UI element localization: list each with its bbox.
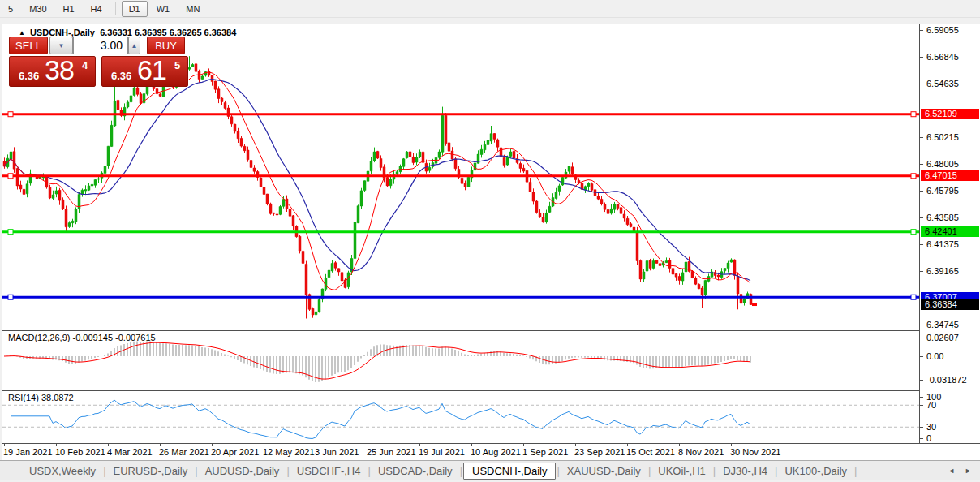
date-tick-label: 20 Apr 2021: [211, 447, 259, 457]
chart-tab-xauusd[interactable]: XAUUSD-,Daily: [561, 463, 647, 480]
timeframe-d1[interactable]: D1: [122, 1, 148, 17]
macd-tick-label: -0.031872: [926, 375, 967, 385]
tab-scroll-left-icon[interactable]: ◄: [948, 467, 955, 475]
volume-input[interactable]: 3.00: [73, 37, 128, 54]
line-handle: [911, 295, 916, 299]
price-axis[interactable]: 6.590556.568456.546356.502156.480056.457…: [919, 24, 980, 443]
chart-window: 6.590556.568456.546356.502156.480056.457…: [2, 24, 980, 460]
date-tick-mark: [212, 443, 213, 446]
bear-candle-wicks: [5, 62, 751, 319]
pane-separator[interactable]: [2, 330, 980, 331]
collapse-panel-icon[interactable]: ▲: [19, 29, 25, 37]
price-tick-label: 6.59055: [926, 25, 959, 35]
date-tick-mark: [160, 443, 161, 446]
date-tick-mark: [419, 443, 420, 446]
bull-candle-wicks: [8, 56, 748, 317]
date-tick-label: 19 Jan 2021: [3, 447, 53, 457]
date-tick-mark: [679, 443, 680, 446]
buy-button[interactable]: BUY: [147, 37, 185, 54]
date-tick-label: 26 Mar 2021: [159, 447, 209, 457]
price-tick-mark: [920, 30, 923, 31]
rsi-indicator-label: RSI(14) 38.0872: [8, 393, 74, 402]
line-handle: [911, 174, 916, 179]
macd-indicator-label: MACD(12,26,9) -0.009145 -0.007615: [8, 333, 156, 342]
date-tick-mark: [264, 443, 264, 446]
timeframe-mn[interactable]: MN: [178, 1, 207, 17]
chart-tab-bar: USDX,Weekly|EURUSD-,Daily|AUDUSD-,Daily|…: [0, 460, 980, 480]
rsi-tick-label: 70: [926, 400, 936, 410]
date-tick-label: 19 Jul 2021: [419, 447, 465, 457]
sell-button[interactable]: SELL: [9, 37, 48, 54]
price-tick-label: 6.48005: [926, 159, 959, 169]
buy-price-point: 5: [174, 59, 180, 71]
date-tick-mark: [575, 443, 576, 446]
timeframe-m30[interactable]: M30: [22, 1, 54, 17]
last-price-marker: [752, 303, 757, 306]
line-handle: [911, 112, 916, 117]
sell-price-display[interactable]: 6.36 38 4: [9, 56, 96, 87]
date-tick-label: 1 Sep 2021: [522, 447, 568, 457]
chart-tab-audusd[interactable]: AUDUSD-,Daily: [199, 463, 286, 480]
rsi-tick-label: 0: [926, 433, 931, 443]
sell-price-pips: 38: [45, 54, 74, 86]
price-tick-mark: [920, 164, 923, 165]
date-tick-label: 10 Feb 2021: [55, 447, 105, 457]
timeframe-h1[interactable]: H1: [56, 1, 82, 17]
date-tick-label: 12 May 2021: [263, 447, 315, 457]
date-tick-label: 8 Nov 2021: [678, 447, 724, 457]
level-price-label: 6.42401: [921, 226, 979, 237]
tab-separator: |: [853, 465, 858, 477]
buy-price-display[interactable]: 6.36 61 5: [101, 56, 188, 87]
price-tick-mark: [920, 84, 923, 84]
chart-tab-usdcad[interactable]: USDCAD-,Daily: [372, 463, 459, 480]
chart-tab-usdx[interactable]: USDX,Weekly: [23, 463, 102, 480]
date-tick-label: 4 Mar 2021: [107, 447, 153, 457]
rsi-tick-mark: [920, 427, 923, 428]
date-tick-label: 3 Jun 2021: [315, 447, 359, 457]
price-tick-label: 6.54635: [926, 79, 959, 88]
timeframe-h4[interactable]: H4: [84, 1, 110, 17]
rsi-tick-label: 30: [926, 422, 936, 432]
chart-tab-eurusd[interactable]: EURUSD-,Daily: [107, 463, 195, 480]
price-tick-mark: [920, 57, 923, 58]
date-tick-label: 25 Jun 2021: [367, 447, 416, 457]
timeframe-w1[interactable]: W1: [149, 1, 178, 17]
macd-tick-label: 0.00: [926, 351, 943, 361]
price-tick-mark: [920, 325, 923, 325]
chart-tab-ukoil[interactable]: UKOil-,H1: [651, 463, 712, 480]
sell-price-base: 6.36: [19, 70, 39, 82]
macd-tick-mark: [920, 356, 923, 357]
line-handle: [8, 174, 13, 179]
chart-tab-uk100[interactable]: UK100-,Daily: [778, 463, 853, 480]
one-click-trading-panel: SELL ▼ 3.00 ▲ BUY 6.36 38 4 6.36 61 5: [9, 37, 189, 88]
pane-separator[interactable]: [2, 389, 980, 389]
timeframe-toolbar: 5M30H1H4D1W1MN: [0, 0, 980, 18]
time-axis[interactable]: 19 Jan 202110 Feb 20214 Mar 202126 Mar 2…: [2, 446, 919, 459]
macd-histogram: [4, 341, 750, 382]
rsi-tick-mark: [920, 397, 923, 398]
chart-tab-usdchf[interactable]: USDCHF-,H4: [290, 463, 368, 480]
rsi-line: [11, 400, 750, 439]
volume-increase-button[interactable]: ▲: [128, 37, 140, 54]
pane-separator[interactable]: [2, 329, 980, 329]
tab-scroll-controls: ◄►: [948, 467, 972, 475]
date-tick-mark: [523, 443, 524, 446]
tab-scroll-right-icon[interactable]: ►: [965, 467, 972, 475]
triangle-up-icon: ▲: [131, 42, 138, 49]
date-tick-mark: [368, 443, 368, 446]
pane-separator: [2, 443, 980, 444]
price-tick-label: 6.56845: [926, 52, 959, 62]
current-price-label: 6.36384: [921, 299, 979, 310]
date-tick-label: 23 Sep 2021: [574, 447, 625, 457]
price-tick-mark: [920, 217, 923, 218]
chart-tab-dj30[interactable]: DJ30-,H4: [716, 463, 774, 480]
macd-tick-mark: [920, 380, 923, 381]
date-tick-mark: [316, 443, 316, 446]
line-handle: [8, 295, 13, 299]
macd-tick-mark: [920, 338, 923, 338]
buy-price-base: 6.36: [111, 70, 131, 82]
pane-separator[interactable]: [2, 390, 980, 391]
volume-decrease-button[interactable]: ▼: [49, 37, 73, 54]
chart-tab-usdcnh[interactable]: USDCNH-,Daily: [463, 463, 556, 480]
timeframe-5[interactable]: 5: [1, 1, 20, 17]
